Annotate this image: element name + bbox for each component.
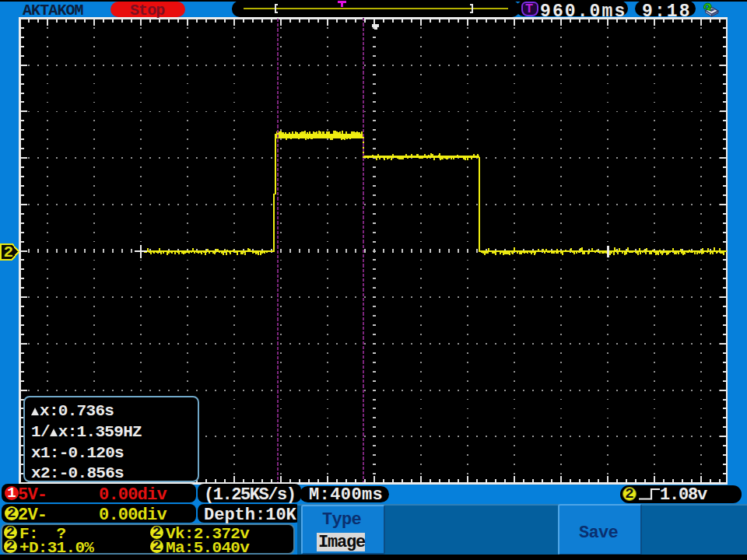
svg-text:2: 2 — [4, 243, 14, 261]
